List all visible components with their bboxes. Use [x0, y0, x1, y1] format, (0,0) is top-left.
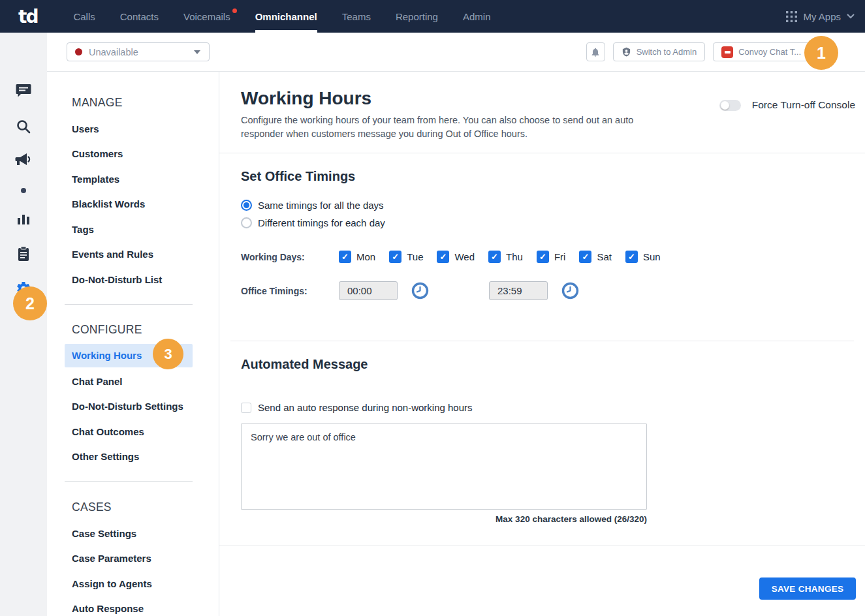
shield-admin-icon	[621, 47, 631, 57]
search-icon[interactable]	[16, 119, 31, 134]
checkbox-checked-icon: ✓	[537, 251, 549, 263]
bar-chart-icon[interactable]	[16, 213, 31, 226]
sidebar-item-blacklist-words[interactable]: Blacklist Words	[47, 192, 219, 217]
annotation-badge-1: 1	[804, 36, 838, 70]
convoy-chat-app-button[interactable]: Convoy Chat T...	[713, 42, 810, 61]
section-divider	[219, 546, 865, 546]
sidebar-item-case-parameters[interactable]: Case Parameters	[47, 546, 219, 572]
sidebar-section-cases: CASES	[47, 493, 219, 521]
sidebar-divider	[65, 304, 193, 305]
voicemails-notification-dot	[232, 8, 237, 13]
working-day-wed[interactable]: ✓ Wed	[437, 251, 475, 263]
nav-item-admin[interactable]: Admin	[450, 0, 503, 33]
start-time-clock-icon[interactable]	[411, 282, 429, 300]
sidebar-section-configure: CONFIGURE	[47, 316, 219, 344]
sidebar-item-tags[interactable]: Tags	[47, 217, 219, 242]
apps-grid-icon	[786, 11, 797, 22]
sidebar-item-do-not-disturb-settings[interactable]: Do-Not-Disturb Settings	[47, 394, 219, 420]
talkdesk-logo[interactable]: td	[18, 6, 37, 27]
status-bar-actions: Switch to Admin Convoy Chat T...	[586, 42, 810, 61]
section-divider	[219, 153, 865, 153]
automated-message-heading: Automated Message	[241, 357, 865, 372]
radio-same-timings[interactable]: Same timings for all the days	[241, 200, 865, 211]
checkbox-checked-icon: ✓	[625, 251, 638, 263]
sidebar-item-do-not-disturb-list[interactable]: Do-Not-Disturb List	[47, 267, 219, 292]
clipboard-icon[interactable]	[17, 246, 30, 262]
set-office-timings-section: Set Office Timings Same timings for all …	[219, 169, 865, 300]
start-time-input[interactable]	[339, 281, 398, 300]
annotation-badge-2: 2	[13, 286, 47, 320]
convoy-chat-app-icon	[721, 46, 733, 58]
auto-response-checkbox-row[interactable]: Send an auto response during non-working…	[241, 402, 865, 413]
top-navbar: td Calls Contacts Voicemails Omnichannel…	[0, 0, 865, 33]
working-day-tue[interactable]: ✓ Tue	[389, 251, 423, 263]
my-apps-label: My Apps	[803, 11, 841, 22]
status-value: Unavailable	[89, 47, 138, 57]
sidebar-item-assign-to-agents[interactable]: Assign to Agents	[47, 571, 219, 596]
sidebar-item-other-settings[interactable]: Other Settings	[47, 444, 219, 470]
sidebar-item-chat-outcomes[interactable]: Chat Outcomes	[47, 419, 219, 444]
sidebar-item-case-settings[interactable]: Case Settings	[47, 521, 219, 546]
working-day-thu[interactable]: ✓ Thu	[488, 251, 523, 263]
force-turn-off-console-label: Force Turn-off Console	[752, 99, 855, 111]
radio-unselected-icon	[241, 217, 252, 228]
left-icon-rail	[0, 33, 47, 616]
sidebar-item-templates[interactable]: Templates	[47, 166, 219, 192]
settings-sidebar: MANAGE Users Customers Templates Blackli…	[47, 72, 219, 616]
nav-item-teams[interactable]: Teams	[330, 0, 383, 33]
top-nav-menu: Calls Contacts Voicemails Omnichannel Te…	[61, 0, 503, 33]
nav-item-calls[interactable]: Calls	[61, 0, 107, 33]
my-apps-button[interactable]: My Apps	[786, 11, 855, 22]
sidebar-item-auto-response[interactable]: Auto Response	[47, 596, 219, 616]
toggle-knob	[721, 101, 729, 110]
nav-item-reporting[interactable]: Reporting	[383, 0, 450, 33]
radio-different-timings[interactable]: Different timings for each day	[241, 217, 865, 228]
nav-item-contacts[interactable]: Contacts	[108, 0, 171, 33]
nav-item-voicemails[interactable]: Voicemails	[171, 0, 243, 33]
sidebar-item-users[interactable]: Users	[47, 116, 219, 142]
sidebar-item-customers[interactable]: Customers	[47, 142, 219, 167]
chevron-down-icon	[847, 14, 855, 19]
working-day-fri[interactable]: ✓ Fri	[537, 251, 566, 263]
status-bar: Unavailable Switch to Admin Convoy Chat …	[47, 33, 865, 72]
force-turn-off-console-toggle[interactable]	[719, 100, 741, 111]
office-timings-label: Office Timings:	[241, 286, 339, 296]
end-time-input[interactable]	[489, 281, 548, 300]
nav-item-omnichannel[interactable]: Omnichannel	[243, 0, 330, 33]
working-day-sun[interactable]: ✓ Sun	[625, 251, 661, 263]
section-divider	[230, 341, 854, 341]
dot-icon[interactable]	[21, 188, 26, 193]
chat-icon[interactable]	[16, 84, 31, 98]
sidebar-section-manage: MANAGE	[47, 89, 219, 116]
notifications-button[interactable]	[586, 42, 605, 61]
working-day-mon[interactable]: ✓ Mon	[339, 251, 375, 263]
sidebar-item-events-and-rules[interactable]: Events and Rules	[47, 242, 219, 268]
checkbox-checked-icon: ✓	[437, 251, 449, 263]
automated-message-section: Automated Message Send an auto response …	[219, 357, 865, 524]
working-hours-page: Working Hours Configure the working hour…	[219, 72, 865, 616]
agent-status-dropdown[interactable]: Unavailable	[67, 42, 210, 61]
status-unavailable-dot	[75, 48, 82, 55]
auto-response-message-textarea[interactable]: Sorry we are out of office	[241, 424, 647, 510]
annotation-badge-3: 3	[153, 339, 183, 369]
megaphone-icon[interactable]	[15, 152, 32, 168]
office-timings-heading: Set Office Timings	[241, 169, 865, 184]
switch-to-admin-label: Switch to Admin	[637, 47, 697, 57]
end-time-clock-icon[interactable]	[561, 282, 579, 300]
bell-icon	[590, 47, 601, 57]
checkbox-checked-icon: ✓	[389, 251, 401, 263]
switch-to-admin-button[interactable]: Switch to Admin	[613, 42, 706, 61]
page-description: Configure the working hours of your team…	[241, 114, 636, 141]
character-limit-note: Max 320 characters allowed (26/320)	[241, 514, 647, 524]
working-day-sat[interactable]: ✓ Sat	[579, 251, 612, 263]
checkbox-checked-icon: ✓	[488, 251, 501, 263]
sidebar-divider	[65, 481, 193, 482]
checkbox-checked-icon: ✓	[579, 251, 591, 263]
checkbox-checked-icon: ✓	[339, 251, 351, 263]
convoy-chat-label: Convoy Chat T...	[738, 47, 801, 57]
sidebar-item-chat-panel[interactable]: Chat Panel	[47, 369, 219, 394]
working-days-label: Working Days:	[241, 252, 339, 262]
radio-selected-icon	[241, 200, 252, 211]
dropdown-caret-icon	[194, 50, 200, 54]
save-changes-button[interactable]: SAVE CHANGES	[759, 578, 856, 600]
